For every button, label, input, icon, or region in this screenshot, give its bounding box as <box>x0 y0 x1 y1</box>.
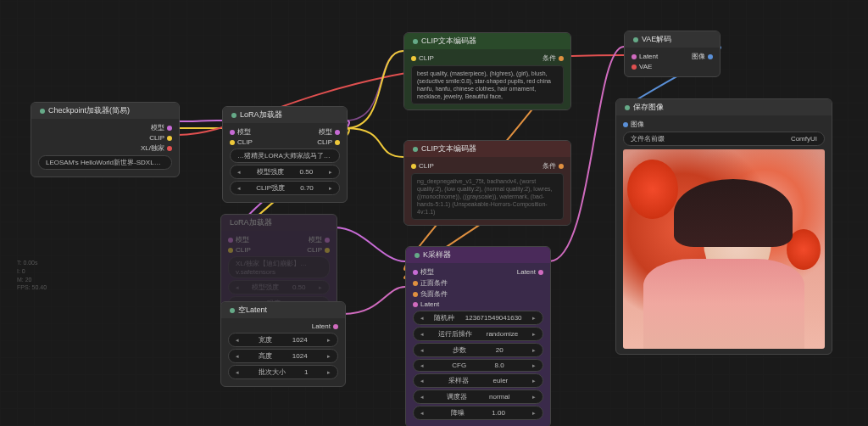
cfg-widget[interactable]: ◂CFG8.0▸ <box>413 359 543 372</box>
lora-file-widget[interactable]: …猪精灵LORA大师家战马了Mr_M_v1.0.safetensors <box>230 149 340 163</box>
node-canvas[interactable]: Checkpoint加载器(简易) 模型 CLIP XL/独家 LEOSAM's… <box>0 0 868 426</box>
control-widget[interactable]: ◂运行后操作randomize▸ <box>413 327 543 341</box>
node-title: LoRA加载器 <box>223 107 347 123</box>
height-widget[interactable]: ◂高度1024▸ <box>228 349 338 363</box>
node-ksampler[interactable]: K采样器 模型Latent 正面条件 负面条件 Latent ◂随机种12367… <box>405 246 551 426</box>
batch-widget[interactable]: ◂批次大小1▸ <box>228 365 338 379</box>
node-title: VAE解码 <box>625 31 720 48</box>
negative-prompt-textbox[interactable]: ng_deepnegative_v1_75t, badhandv4, (wors… <box>411 173 564 220</box>
sampler-widget[interactable]: ◂采样器euler▸ <box>413 373 543 388</box>
node-lora-loader[interactable]: LoRA加载器 模型模型 CLIPCLIP …猪精灵LORA大师家战马了Mr_M… <box>222 106 348 203</box>
filename-widget[interactable]: 文件名前缀ComfyUI <box>623 132 825 146</box>
node-clip-text-encode-positive[interactable]: CLIP文本编码器 CLIP条件 best quality, (masterpi… <box>403 32 571 110</box>
denoise-widget[interactable]: ◂降噪1.00▸ <box>413 406 543 420</box>
lora-strength-model-widget[interactable]: ◂模型强度0.50▸ <box>230 165 340 179</box>
node-title: K采样器 <box>406 247 550 263</box>
checkpoint-file-widget[interactable]: LEOSAM's HelloWorld新世界-SDXL真实感大模型_v3.saf… <box>38 155 172 170</box>
node-empty-latent[interactable]: 空Latent Latent ◂宽度1024▸ ◂高度1024▸ ◂批次大小1▸ <box>220 301 346 387</box>
node-title: Checkpoint加载器(简易) <box>31 103 179 119</box>
node-clip-text-encode-negative[interactable]: CLIP文本编码器 CLIP条件 ng_deepnegative_v1_75t,… <box>403 140 571 226</box>
steps-widget[interactable]: ◂步数20▸ <box>413 343 543 357</box>
lorab-file-widget[interactable]: XL/独家【迪幻崩影】… v.safetensors <box>228 256 330 278</box>
seed-widget[interactable]: ◂随机种123671549041630▸ <box>413 311 543 325</box>
node-title: LoRA加载器 <box>221 215 337 231</box>
lorab-model-widget[interactable]: ◂模型强度0.50▸ <box>228 280 330 294</box>
lora-strength-clip-widget[interactable]: ◂CLIP强度0.70▸ <box>230 181 340 195</box>
prompt-textbox[interactable]: best quality, (masterpiece), (highres), … <box>411 65 564 104</box>
node-title: CLIP文本编码器 <box>404 141 570 157</box>
node-title: 空Latent <box>221 302 345 318</box>
stats-overlay: T: 0.00s I: 0 M: 20 FPS: 50.40 <box>17 259 47 292</box>
node-checkpoint-loader[interactable]: Checkpoint加载器(简易) 模型 CLIP XL/独家 LEOSAM's… <box>31 102 180 177</box>
scheduler-widget[interactable]: ◂调度器normal▸ <box>413 390 543 404</box>
output-preview-image <box>623 149 825 349</box>
node-save-image[interactable]: 保存图像 图像 文件名前缀ComfyUI <box>615 98 832 355</box>
node-title: CLIP文本编码器 <box>404 33 570 49</box>
width-widget[interactable]: ◂宽度1024▸ <box>228 333 338 347</box>
node-title: 保存图像 <box>616 99 832 115</box>
node-vae-decode[interactable]: VAE解码 Latent图像 VAE <box>624 31 721 77</box>
